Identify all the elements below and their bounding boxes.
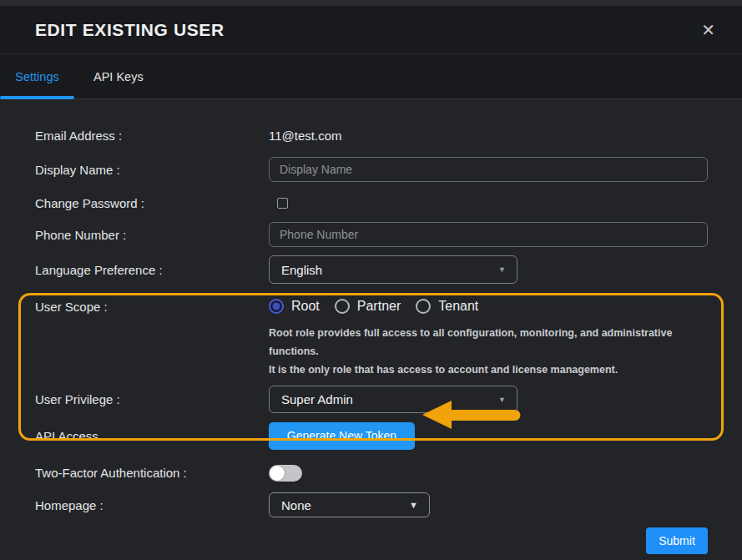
two-factor-label: Two-Factor Authentication : — [35, 466, 269, 480]
modal-header: EDIT EXISTING USER ✕ — [0, 6, 742, 54]
user-privilege-select-value: Super Admin — [281, 392, 353, 406]
homepage-select-value: None — [281, 498, 311, 512]
dropdown-arrow-icon: ▼ — [409, 500, 418, 510]
submit-row: Submit — [35, 527, 708, 554]
display-name-row: Display Name : — [35, 157, 708, 182]
tab-settings[interactable]: Settings — [0, 54, 74, 98]
user-scope-radio-group: Root Partner Tenant — [269, 299, 485, 314]
radio-partner-circle — [335, 299, 350, 314]
top-strip — [0, 0, 742, 6]
radio-tenant-circle — [416, 299, 431, 314]
api-access-row: API Access Generate New Token — [35, 421, 708, 450]
settings-form: Email Address : 11@test.com Display Name… — [0, 99, 742, 554]
change-password-row: Change Password : — [35, 194, 708, 212]
tab-api-keys[interactable]: API Keys — [74, 54, 163, 98]
phone-label: Phone Number : — [35, 228, 269, 242]
display-name-label: Display Name : — [35, 163, 269, 177]
two-factor-row: Two-Factor Authentication : — [35, 464, 708, 482]
radio-tenant[interactable]: Tenant — [416, 299, 478, 314]
user-privilege-select[interactable]: Super Admin ▼ — [269, 386, 517, 413]
api-access-label: API Access — [35, 429, 269, 443]
role-description-line1: Root role provides full access to all co… — [269, 324, 708, 361]
submit-button[interactable]: Submit — [646, 527, 708, 554]
user-scope-label: User Scope : — [35, 300, 269, 314]
change-password-label: Change Password : — [35, 196, 269, 210]
language-select[interactable]: English ▼ — [269, 255, 517, 284]
homepage-label: Homepage : — [35, 498, 269, 512]
phone-input[interactable] — [269, 222, 708, 247]
two-factor-toggle[interactable] — [269, 465, 302, 482]
email-label: Email Address : — [35, 129, 269, 143]
radio-tenant-label: Tenant — [438, 299, 478, 314]
phone-row: Phone Number : — [35, 222, 708, 247]
radio-root-circle — [269, 299, 284, 314]
toggle-knob — [270, 466, 285, 481]
user-privilege-row: User Privilege : Super Admin ▼ — [35, 386, 708, 413]
generate-token-button[interactable]: Generate New Token — [269, 422, 415, 450]
change-password-checkbox[interactable] — [277, 198, 288, 209]
radio-partner[interactable]: Partner — [335, 299, 401, 314]
language-row: Language Preference : English ▼ — [35, 255, 708, 284]
tab-bar: Settings API Keys — [0, 54, 742, 99]
role-description: Root role provides full access to all co… — [269, 324, 708, 379]
language-label: Language Preference : — [35, 263, 269, 277]
tab-api-keys-label: API Keys — [93, 70, 144, 83]
role-description-line2: It is the only role that has access to a… — [269, 361, 708, 379]
language-select-value: English — [281, 263, 322, 277]
radio-root[interactable]: Root — [269, 299, 320, 314]
close-icon[interactable]: ✕ — [701, 22, 715, 38]
radio-root-label: Root — [291, 299, 320, 314]
homepage-select[interactable]: None ▼ — [269, 492, 430, 517]
email-row: Email Address : 11@test.com — [35, 124, 708, 146]
modal-title: EDIT EXISTING USER — [35, 20, 701, 40]
user-scope-row: User Scope : Root Partner Tenant — [35, 294, 708, 319]
display-name-input[interactable] — [269, 157, 708, 182]
chevron-down-icon: ▼ — [498, 396, 506, 404]
edit-user-modal: EDIT EXISTING USER ✕ Settings API Keys E… — [0, 0, 742, 560]
tab-settings-label: Settings — [15, 70, 58, 83]
radio-partner-label: Partner — [357, 299, 401, 314]
user-privilege-label: User Privilege : — [35, 392, 269, 406]
email-value: 11@test.com — [269, 129, 341, 143]
homepage-row: Homepage : None ▼ — [35, 492, 708, 517]
chevron-down-icon: ▼ — [498, 265, 506, 274]
